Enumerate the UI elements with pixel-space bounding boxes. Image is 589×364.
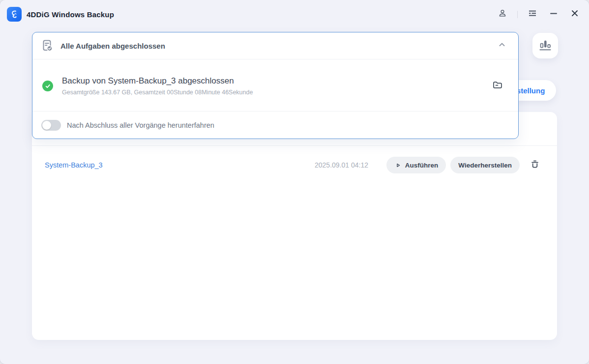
notification-header: Alle Aufgaben abgeschlossen [32, 32, 518, 59]
logo-glyph [9, 9, 19, 19]
shutdown-toggle-row: Nach Abschluss aller Vorgänge herunterfa… [32, 111, 518, 139]
play-icon [394, 162, 402, 169]
app-title: 4DDiG Windows Backup [27, 10, 114, 19]
toggle-knob [42, 121, 51, 130]
shutdown-toggle[interactable] [41, 120, 61, 131]
list-header-divider [32, 145, 557, 146]
bar-chart-icon [538, 37, 553, 54]
run-button[interactable]: Ausführen [386, 157, 446, 173]
minimize-icon [549, 9, 558, 20]
close-icon [570, 9, 579, 20]
window-controls [496, 8, 581, 21]
menu-lines-icon [528, 8, 537, 20]
topbar-divider [517, 11, 518, 18]
close-button[interactable] [568, 8, 581, 21]
notification-panel: Alle Aufgaben abgeschlossen Backup von S… [32, 32, 519, 139]
person-icon [498, 8, 507, 20]
menu-button[interactable] [526, 8, 539, 21]
trash-icon [530, 159, 540, 171]
open-folder-icon [492, 79, 503, 93]
run-button-label: Ausführen [405, 162, 439, 169]
account-button[interactable] [496, 8, 509, 21]
restore-row-button-label: Wiederherstellen [458, 162, 512, 169]
task-title: Backup von System-Backup_3 abgeschlossen [62, 76, 253, 86]
task-result-row: Backup von System-Backup_3 abgeschlossen… [32, 60, 518, 112]
task-details: Gesamtgröße 143.67 GB, Gesamtzeit 00Stun… [62, 89, 253, 96]
backup-row: System-Backup_3 2025.09.01 04:12 Ausführ… [32, 152, 557, 178]
notification-title: Alle Aufgaben abgeschlossen [60, 42, 165, 50]
chevron-up-icon [498, 41, 506, 51]
restore-row-button[interactable]: Wiederherstellen [450, 157, 520, 173]
backup-list-card: System-Backup_3 2025.09.01 04:12 Ausführ… [32, 112, 557, 340]
tasks-complete-icon [40, 38, 55, 53]
delete-button[interactable] [528, 158, 542, 172]
row-actions: Ausführen Wiederherstellen [386, 157, 542, 173]
open-folder-button[interactable] [491, 79, 504, 93]
backup-date: 2025.09.01 04:12 [315, 161, 368, 169]
statistics-button[interactable] [532, 33, 558, 58]
shutdown-toggle-label: Nach Abschluss aller Vorgänge herunterfa… [67, 121, 214, 129]
app-logo [7, 7, 22, 22]
collapse-panel-button[interactable] [497, 40, 507, 51]
backup-name-link[interactable]: System-Backup_3 [45, 161, 315, 169]
minimize-button[interactable] [547, 8, 560, 21]
green-check-icon [42, 81, 53, 91]
app-window: 4DDiG Windows Backup [0, 0, 589, 364]
title-bar: 4DDiG Windows Backup [0, 0, 589, 28]
task-texts: Backup von System-Backup_3 abgeschlossen… [62, 76, 253, 96]
